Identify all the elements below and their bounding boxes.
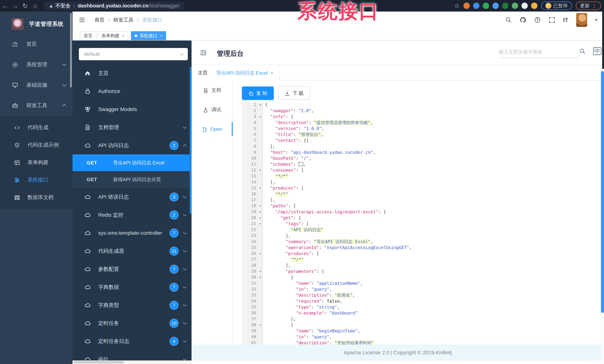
- api-group-主页[interactable]: 主页: [73, 64, 191, 82]
- github-icon[interactable]: [520, 17, 526, 23]
- ext-face-extension-icon[interactable]: [531, 3, 537, 9]
- sidebar-item-系统管理[interactable]: 系统管理: [0, 54, 73, 75]
- api-group-Authorize[interactable]: Authorize: [73, 82, 191, 100]
- code-editor[interactable]: 1▾{2 "swagger": "2.0",3▾ "info": {4 "des…: [242, 102, 604, 345]
- mini-nav-Open[interactable]: Open: [191, 119, 232, 139]
- sidebar-subitem-label: 表单构建: [27, 159, 48, 166]
- api-group-API 访问日志[interactable]: API 访问日志2: [73, 136, 191, 154]
- sidebar-subitem-系统接口[interactable]: 系统接口: [0, 171, 73, 188]
- ext-orange-extension-icon[interactable]: [463, 3, 470, 9]
- ext-leaf-extension-icon[interactable]: [512, 3, 518, 9]
- api-group-API 错误日志[interactable]: API 错误日志3: [73, 188, 191, 206]
- api-group-参数配置[interactable]: 参数配置7: [73, 260, 191, 278]
- url-path[interactable]: /tool/swagger: [149, 3, 180, 9]
- count-badge: 11: [170, 247, 178, 256]
- code-text: "*/*": [263, 256, 304, 263]
- bookmark-star-icon[interactable]: ☆: [454, 2, 460, 10]
- line-number: 3▾: [242, 114, 263, 120]
- close-icon[interactable]: ×: [160, 33, 162, 38]
- fold-arrow-icon[interactable]: ▾: [259, 274, 261, 280]
- url-host[interactable]: dashboard.yudao.iocoder.cn: [78, 3, 149, 9]
- api-group-定时任务日志[interactable]: 定时任务日志4: [73, 332, 191, 350]
- api-group-Swagger Models[interactable]: Swagger Models: [73, 100, 191, 118]
- sidebar-subitem-表单构建[interactable]: 表单构建: [0, 154, 73, 171]
- doc-search-input[interactable]: [499, 46, 579, 58]
- fold-arrow-icon[interactable]: ▾: [259, 215, 261, 221]
- update-button[interactable]: 更新 ⋮: [576, 1, 601, 10]
- ext-star-extension-icon[interactable]: [521, 3, 528, 9]
- tag-首页[interactable]: 首页: [80, 31, 96, 40]
- main-scrollbar-thumb[interactable]: [601, 71, 604, 313]
- sidebar-subitem-数据库文档[interactable]: 数据库文档: [0, 188, 73, 206]
- tag-系统接口[interactable]: 系统接口×: [131, 31, 166, 40]
- tag-表单构建[interactable]: 表单构建×: [98, 31, 128, 40]
- api-group-代码生成器[interactable]: 代码生成器11: [73, 242, 191, 260]
- search-icon[interactable]: [579, 48, 586, 54]
- sidebar-item-首页[interactable]: 首页: [0, 34, 73, 54]
- security-label[interactable]: 不安全: [55, 2, 71, 9]
- line-number: 7: [242, 138, 263, 143]
- swagger-sidebar-hscroll-thumb[interactable]: [74, 361, 124, 364]
- mini-nav-调试[interactable]: 调试: [191, 100, 232, 119]
- browser-reload-icon[interactable]: ↻: [20, 2, 30, 10]
- fold-placeholder[interactable]: [299, 162, 303, 166]
- browser-home-icon[interactable]: ⌂: [30, 2, 40, 10]
- fold-arrow-icon[interactable]: ▾: [259, 209, 261, 215]
- paused-badge[interactable]: 已暂停: [541, 1, 572, 10]
- browser-forward-icon[interactable]: →: [10, 2, 20, 10]
- sidebar-scrollbar[interactable]: [70, 13, 72, 88]
- code-text: "title": "管理后台",: [263, 131, 323, 138]
- fold-arrow-icon[interactable]: ▾: [259, 102, 261, 108]
- ext-grid-extension-icon[interactable]: [492, 3, 499, 9]
- language-toggle[interactable]: 中: [593, 47, 601, 55]
- font-size-icon[interactable]: tT: [563, 17, 568, 23]
- mini-nav-文档[interactable]: 文档: [191, 80, 232, 100]
- app-logo[interactable]: 芋道管理系统: [0, 12, 73, 34]
- ext-git-extension-icon[interactable]: [502, 3, 508, 9]
- fold-arrow-icon[interactable]: ▾: [259, 114, 261, 120]
- api-operation-导出API 访问日志 Excel[interactable]: GET导出API 访问日志 Excel: [73, 154, 191, 171]
- sidebar-item-label: 系统管理: [26, 61, 47, 68]
- api-group-文档管理[interactable]: 文档管理: [73, 118, 191, 136]
- fold-arrow-icon[interactable]: ▾: [259, 221, 261, 227]
- code-line: 17 ],: [242, 197, 604, 203]
- api-group-sys-sms-template-controller[interactable]: sys-sms-template-controller7: [73, 224, 191, 242]
- fold-arrow-icon[interactable]: ▾: [259, 251, 261, 256]
- fullscreen-icon[interactable]: [549, 17, 555, 23]
- fold-arrow-icon[interactable]: ▾: [259, 322, 261, 328]
- api-group-定时任务[interactable]: 定时任务10: [73, 314, 191, 332]
- address-bar[interactable]: ▲ 不安全 | dashboard.yudao.iocoder.cn /tool…: [44, 1, 185, 10]
- api-group-select[interactable]: default: [79, 48, 188, 60]
- copy-button[interactable]: 复 制: [242, 87, 274, 100]
- fold-arrow-icon[interactable]: ▾: [259, 268, 261, 274]
- api-group-字典类型[interactable]: 字典类型7: [73, 296, 191, 314]
- close-icon[interactable]: ×: [271, 70, 273, 75]
- avatar-caret-icon[interactable]: ▾: [595, 17, 597, 23]
- sidebar-subitem-代码生成[interactable]: 代码生成: [0, 119, 73, 136]
- fold-arrow-icon[interactable]: ▾: [259, 185, 261, 191]
- api-group-字典数据[interactable]: 字典数据7: [73, 278, 191, 296]
- breadcrumb-item[interactable]: 研发工具: [113, 17, 134, 23]
- swagger-sidebar-scrollbar[interactable]: [190, 67, 191, 214]
- sidebar-item-研发工具[interactable]: 研发工具: [0, 95, 73, 116]
- help-icon[interactable]: [534, 17, 541, 23]
- api-operation-获得API 访问日志分页[interactable]: GET获得API 访问日志分页: [73, 171, 191, 188]
- fold-arrow-icon[interactable]: ▾: [259, 203, 261, 209]
- fold-arrow-icon[interactable]: ▾: [259, 167, 261, 173]
- line-number: 20▾: [242, 215, 263, 221]
- close-icon[interactable]: ×: [122, 33, 125, 38]
- avatar[interactable]: [576, 13, 587, 27]
- ext-drop-extension-icon[interactable]: [473, 3, 479, 9]
- sidebar-subitem-代码生成示例[interactable]: 代码生成示例: [0, 136, 73, 154]
- browser-menu-icon[interactable]: ⋮: [591, 3, 597, 9]
- doc-tab-导出API 访问日志 Excel[interactable]: 导出API 访问日志 Excel×: [210, 65, 280, 81]
- breadcrumb-item[interactable]: 首页: [94, 17, 104, 23]
- ext-green-extension-icon[interactable]: [483, 3, 489, 9]
- api-group-Redis 监控[interactable]: Redis 监控2: [73, 206, 191, 224]
- browser-back-icon[interactable]: ←: [0, 2, 10, 10]
- collapse-icon[interactable]: [200, 50, 207, 56]
- download-button[interactable]: 下 载: [278, 87, 310, 100]
- sidebar-item-基础设施[interactable]: 基础设施: [0, 75, 73, 95]
- hamburger-icon[interactable]: [78, 17, 86, 23]
- search-icon[interactable]: [505, 17, 512, 23]
